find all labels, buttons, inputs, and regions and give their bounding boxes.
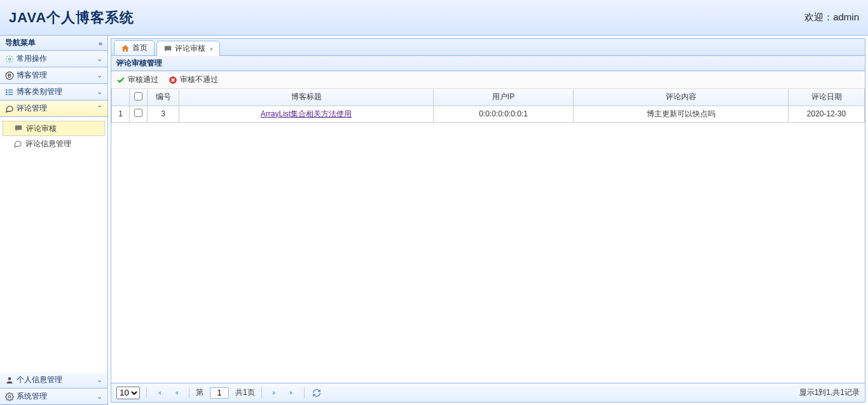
sidebar-panel-comment[interactable]: 评论管理 ⌃ xyxy=(0,100,107,117)
home-icon xyxy=(121,44,130,53)
review-panel: 评论审核管理 审核通过 审核不通过 xyxy=(111,56,865,402)
refresh-button[interactable] xyxy=(311,387,322,399)
sidebar-panel-common[interactable]: 常用操作 ⌄ xyxy=(0,51,107,67)
chevron-down-icon: ⌄ xyxy=(97,392,102,401)
app-title: JAVA个人博客系统 xyxy=(9,8,134,27)
pager: 10 第 共1页 xyxy=(111,383,865,402)
main-content: 首页 评论审核 × 评论审核管理 审核通过 xyxy=(108,36,868,405)
select-all-checkbox[interactable] xyxy=(134,92,142,100)
chevron-down-icon: ⌄ xyxy=(97,55,102,63)
pager-status: 显示1到1,共1记录 xyxy=(799,387,860,398)
sidebar-title: 导航菜单 « xyxy=(0,36,107,51)
svg-point-8 xyxy=(6,93,7,94)
collapse-sidebar-icon[interactable]: « xyxy=(99,39,102,47)
approve-button[interactable]: 审核通过 xyxy=(116,74,158,85)
col-checkbox xyxy=(130,89,148,106)
first-icon xyxy=(155,389,163,397)
svg-point-11 xyxy=(8,395,11,398)
svg-point-0 xyxy=(8,58,11,60)
col-content[interactable]: 评论内容 xyxy=(574,89,789,106)
bubble-icon xyxy=(13,139,23,148)
last-icon xyxy=(288,389,296,397)
tab-review[interactable]: 评论审核 × xyxy=(156,41,220,56)
gear-icon xyxy=(5,55,17,64)
svg-rect-12 xyxy=(165,46,172,50)
chat-icon xyxy=(163,45,172,53)
table-header-row: 编号 博客标题 用户IP 评论内容 评论日期 xyxy=(112,89,865,106)
book-icon: B xyxy=(5,71,17,80)
sidebar-item-comment-info[interactable]: 评论信息管理 xyxy=(0,136,107,151)
cell-ip: 0:0:0:0:0:0:0:1 xyxy=(434,106,574,122)
svg-point-6 xyxy=(6,89,7,90)
cell-checkbox xyxy=(130,106,148,122)
sidebar-panel-blog[interactable]: B 博客管理 ⌄ xyxy=(0,67,107,84)
sidebar-panel-category[interactable]: 博客类别管理 ⌄ xyxy=(0,84,107,100)
sidebar-panel-system[interactable]: 系统管理 ⌄ xyxy=(0,388,107,405)
col-rownum xyxy=(112,89,130,106)
list-icon xyxy=(5,88,17,97)
settings-icon xyxy=(5,392,17,401)
close-tab-icon[interactable]: × xyxy=(209,45,213,53)
cell-content: 博主更新可以快点吗 xyxy=(574,106,789,122)
cell-rownum: 1 xyxy=(112,106,130,122)
first-page-button[interactable] xyxy=(153,387,165,399)
cell-title: ArrayList集合相关方法使用 xyxy=(179,106,434,122)
col-id[interactable]: 编号 xyxy=(148,89,179,106)
next-page-button[interactable] xyxy=(268,387,280,399)
svg-text:B: B xyxy=(8,72,11,78)
welcome-text: 欢迎：admin xyxy=(804,11,859,24)
tabs-bar: 首页 评论审核 × xyxy=(111,38,865,56)
chevron-down-icon: ⌄ xyxy=(97,71,102,79)
user-icon xyxy=(5,376,17,385)
chat-icon xyxy=(13,124,24,133)
sidebar-item-review[interactable]: 评论审核 xyxy=(3,121,105,136)
check-icon xyxy=(116,76,125,85)
comments-grid: 编号 博客标题 用户IP 评论内容 评论日期 1 3 xyxy=(111,89,865,383)
svg-point-7 xyxy=(6,92,7,92)
prev-icon xyxy=(174,390,180,396)
refresh-icon xyxy=(312,388,321,397)
svg-point-10 xyxy=(8,377,11,380)
table-row[interactable]: 1 3 ArrayList集合相关方法使用 0:0:0:0:0:0:0:1 博主… xyxy=(112,106,865,122)
col-date[interactable]: 评论日期 xyxy=(789,89,865,106)
page-number-input[interactable] xyxy=(210,387,229,399)
username: admin xyxy=(833,11,859,22)
tab-home[interactable]: 首页 xyxy=(114,40,155,55)
svg-rect-9 xyxy=(15,125,22,130)
cell-id: 3 xyxy=(148,106,179,122)
blog-title-link[interactable]: ArrayList集合相关方法使用 xyxy=(261,109,352,118)
sidebar-panel-profile[interactable]: 个人信息管理 ⌄ xyxy=(0,372,107,388)
page-label-prefix: 第 xyxy=(196,387,203,398)
app-header: JAVA个人博客系统 欢迎：admin xyxy=(0,0,868,36)
row-checkbox[interactable] xyxy=(134,109,142,117)
panel-title: 评论审核管理 xyxy=(111,56,865,71)
chevron-down-icon: ⌄ xyxy=(97,88,102,96)
comment-icon xyxy=(5,104,17,113)
next-icon xyxy=(271,390,277,396)
toolbar: 审核通过 审核不通过 xyxy=(111,71,865,89)
sidebar: 导航菜单 « 常用操作 ⌄ B 博客管理 ⌄ xyxy=(0,36,108,405)
sidebar-panel-comment-body: 评论审核 评论信息管理 xyxy=(0,117,107,155)
reject-button[interactable]: 审核不通过 xyxy=(169,74,218,85)
last-page-button[interactable] xyxy=(286,387,298,399)
page-size-select[interactable]: 10 xyxy=(116,387,140,399)
cell-date: 2020-12-30 xyxy=(789,106,865,122)
chevron-up-icon: ⌃ xyxy=(97,104,102,113)
page-total-label: 共1页 xyxy=(235,387,255,398)
chevron-down-icon: ⌄ xyxy=(97,376,102,384)
prev-page-button[interactable] xyxy=(171,387,183,399)
col-title[interactable]: 博客标题 xyxy=(179,89,434,106)
col-ip[interactable]: 用户IP xyxy=(434,89,574,106)
cross-icon xyxy=(169,76,177,85)
